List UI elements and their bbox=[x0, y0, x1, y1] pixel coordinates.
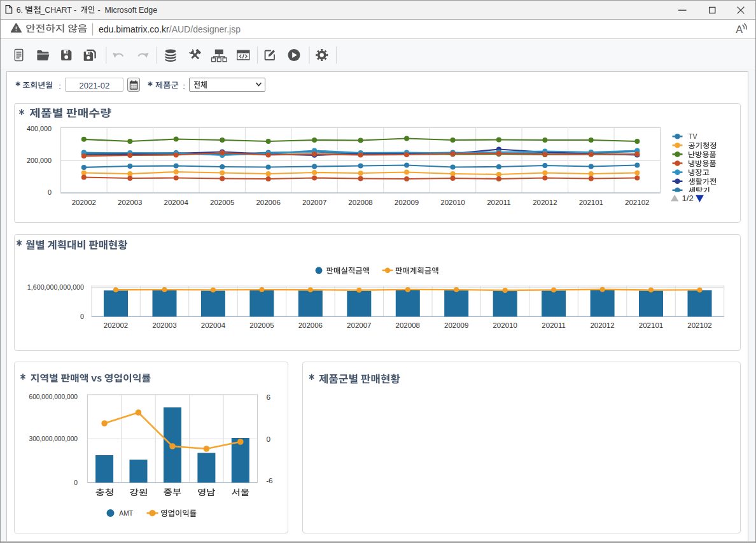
svg-text:-6: -6 bbox=[266, 476, 273, 485]
svg-text:202012: 202012 bbox=[590, 321, 614, 329]
svg-text:200,000: 200,000 bbox=[27, 157, 52, 164]
svg-text:202007: 202007 bbox=[347, 321, 371, 329]
svg-text:edu.bimatrix.co.kr/AUD/designe: edu.bimatrix.co.kr/AUD/designer.jsp bbox=[99, 24, 241, 34]
svg-text:202011: 202011 bbox=[542, 321, 566, 329]
svg-text:202005: 202005 bbox=[249, 321, 274, 329]
svg-text:600,000,000,000: 600,000,000,000 bbox=[29, 393, 78, 400]
svg-text:202003: 202003 bbox=[152, 321, 176, 329]
svg-text:202002: 202002 bbox=[104, 321, 128, 329]
svg-text:300,000,000,000: 300,000,000,000 bbox=[29, 435, 78, 442]
svg-text:0: 0 bbox=[266, 435, 270, 444]
svg-text:202007: 202007 bbox=[302, 199, 326, 206]
svg-text:202101: 202101 bbox=[639, 321, 663, 329]
svg-text:0: 0 bbox=[74, 479, 78, 486]
svg-text:202003: 202003 bbox=[118, 199, 142, 206]
svg-text:202006: 202006 bbox=[256, 199, 280, 206]
svg-text:400,000: 400,000 bbox=[27, 125, 52, 132]
svg-text:TV: TV bbox=[689, 132, 697, 140]
svg-text:202012: 202012 bbox=[533, 199, 557, 206]
svg-text:2021-02: 2021-02 bbox=[79, 81, 109, 90]
svg-text:1/2: 1/2 bbox=[682, 194, 694, 203]
svg-text:AMT: AMT bbox=[119, 510, 133, 517]
svg-text:202009: 202009 bbox=[444, 321, 468, 329]
svg-text:-: - bbox=[98, 6, 101, 15]
svg-text:6.: 6. bbox=[17, 6, 23, 15]
svg-text:Microsoft Edge: Microsoft Edge bbox=[104, 6, 157, 15]
svg-text:A: A bbox=[736, 24, 743, 35]
svg-text:202008: 202008 bbox=[396, 321, 420, 329]
svg-text:202011: 202011 bbox=[487, 199, 511, 206]
svg-text:202010: 202010 bbox=[493, 321, 517, 329]
svg-text:1,600,000,000,000: 1,600,000,000,000 bbox=[27, 283, 84, 291]
svg-text:202009: 202009 bbox=[395, 199, 419, 206]
svg-text:202004: 202004 bbox=[201, 321, 226, 329]
svg-text:202008: 202008 bbox=[348, 199, 372, 206]
svg-text:202102: 202102 bbox=[687, 321, 711, 329]
svg-text:202006: 202006 bbox=[298, 321, 323, 329]
svg-text:202002: 202002 bbox=[72, 199, 96, 206]
svg-text::: : bbox=[59, 81, 61, 91]
svg-text:202101: 202101 bbox=[579, 199, 603, 206]
svg-text:0: 0 bbox=[80, 313, 84, 320]
svg-text:202102: 202102 bbox=[625, 199, 649, 206]
svg-text:-: - bbox=[74, 6, 76, 15]
svg-text::: : bbox=[183, 81, 185, 91]
svg-text:6: 6 bbox=[266, 393, 270, 402]
svg-text:202004: 202004 bbox=[164, 199, 189, 206]
svg-text:0: 0 bbox=[48, 188, 52, 196]
svg-text:202005: 202005 bbox=[210, 199, 234, 206]
svg-text:202010: 202010 bbox=[440, 199, 465, 206]
svg-text:_CHART: _CHART bbox=[39, 6, 72, 15]
